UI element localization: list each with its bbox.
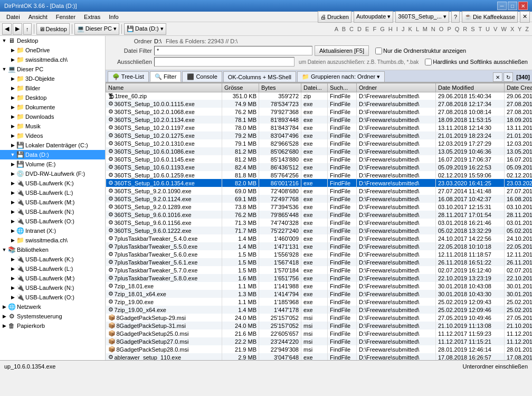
maximize-button[interactable]: □	[508, 2, 517, 10]
menu-ansicht[interactable]: Ansicht	[24, 13, 52, 21]
tree-arrow-29[interactable]: ▶	[1, 314, 7, 319]
tab-console[interactable]: ⬛ Console	[182, 71, 222, 82]
tab-gruppieren[interactable]: 📁 Gruppieren nach: Ordner ▾	[297, 71, 385, 82]
tree-arrow-4[interactable]: ▶	[10, 76, 16, 81]
tree-arrow-6[interactable]: ▶	[10, 95, 16, 100]
dieser-pc-button[interactable]: 💻 Dieser PC ▾	[74, 23, 119, 35]
tree-arrow-9[interactable]: ▶	[10, 124, 16, 129]
table-row[interactable]: ⚙ 7zip_18.01.exe 1.1 MB 1'141'988 exe Fi…	[106, 282, 533, 290]
tree-arrow-12[interactable]: ▼	[10, 152, 16, 157]
tree-item-14[interactable]: ▶ 💿 DVD-RW-Laufwerk (F:)	[0, 169, 105, 178]
tree-arrow-27[interactable]: ▶	[10, 295, 16, 300]
tree-item-16[interactable]: ▶ 🔌 USB-Laufwerk (L:)	[0, 188, 105, 197]
col-date-created[interactable]: Date Created	[505, 83, 533, 92]
tree-item-7[interactable]: ▶ 📁 Dokumente	[0, 102, 105, 112]
menu-fenster[interactable]: Fenster	[52, 13, 80, 21]
tree-item-15[interactable]: ▶ 🔌 USB-Laufwerk (K:)	[0, 178, 105, 188]
drucken-button[interactable]: 🖨 Drucken	[318, 11, 352, 23]
tree-item-13[interactable]: ▶ 💾 Volume (E:)	[0, 159, 105, 169]
menu-extras[interactable]: Extras	[80, 13, 104, 21]
table-row[interactable]: ⚙ 360TS_Setup_10.6.0.1259.exe 81.8 MB 85…	[106, 171, 533, 179]
tree-item-29[interactable]: ▶ ⚙ Systemsteuerung	[0, 312, 105, 321]
forward-button[interactable]: ▶	[13, 23, 22, 35]
table-row[interactable]: ⚙ 7zip_19.00.exe 1.1 MB 1'185'968 exe Fi…	[106, 298, 533, 306]
back-button[interactable]: ◀	[2, 23, 12, 35]
tree-arrow-26[interactable]: ▶	[10, 285, 16, 290]
table-row[interactable]: ⚙ 360TS_Setup_10.2.0.1197.exe 78.0 MB 81…	[106, 124, 533, 131]
col-grosse[interactable]: Grösse	[222, 83, 259, 92]
col-name[interactable]: Name	[106, 83, 222, 92]
tree-arrow-22[interactable]: ▼	[1, 247, 7, 252]
table-row[interactable]: ⚙ 360TS_Setup_10.0.0.1115.exe 74.9 MB 78…	[106, 100, 533, 108]
tree-item-17[interactable]: ▶ 🔌 USB-Laufwerk (M:)	[0, 197, 105, 207]
table-row[interactable]: ⚙ 7plusTaskbarTweaker_5.7.0.exe 1.5 MB 1…	[106, 266, 533, 274]
aktualisieren-button[interactable]: Aktualisieren [F5]	[315, 45, 369, 56]
tree-arrow-30[interactable]: ▶	[1, 323, 7, 328]
table-row[interactable]: 📦 8GadgetPackSetup-31.msi 24.0 MB 25'157…	[106, 322, 533, 329]
table-row[interactable]: ⚙ 360TS_Setup_10.6.0.1145.exe 81.2 MB 85…	[106, 155, 533, 163]
toolbar-x-button[interactable]: ✕	[520, 11, 530, 23]
tree-arrow-13[interactable]: ▶	[10, 162, 16, 167]
table-row[interactable]: ⚙ 360TS_Setup_9.6.0.1222.exe 71.7 MB 75'…	[106, 227, 533, 234]
tree-item-6[interactable]: ▶ 📁 Desktop	[0, 93, 105, 102]
tree-item-8[interactable]: ▶ 📁 Downloads	[0, 112, 105, 121]
table-row[interactable]: ⚙ 7zip_19.00_x64.exe 1.4 MB 1'447'178 ex…	[106, 306, 533, 314]
tab-delete-icon[interactable]: ✕	[493, 72, 502, 82]
table-row[interactable]: 🗜 1tree_60.zip 351.0 KB 359'272 zip Find…	[106, 92, 533, 100]
table-row[interactable]: ⚙ 360TS_Setup_9.6.0.1156.exe 71.3 MB 74'…	[106, 219, 533, 227]
table-row[interactable]: ⚙ 7plusTaskbarTweaker_5.6.1.exe 1.5 MB 1…	[106, 258, 533, 266]
tree-item-19[interactable]: ▶ 🔌 USB-Laufwerk (O:)	[0, 216, 105, 226]
close-button[interactable]: ✕	[518, 2, 528, 10]
table-row[interactable]: ⚙ 7plusTaskbarTweaker_5.4.0.exe 1.4 MB 1…	[106, 234, 533, 242]
tree-item-23[interactable]: ▶ 🔌 USB-Laufwerk (K:)	[0, 254, 105, 264]
col-datei[interactable]: Datei...	[301, 83, 328, 92]
tree-arrow-2[interactable]: ▶	[10, 57, 16, 62]
table-row[interactable]: 📦 8GadgetPackSetup25.0.msi 21.6 MB 22'60…	[106, 329, 533, 337]
table-row[interactable]: ⚙ 360TS_Setup_10.2.0.1068.exe 76.2 MB 79…	[106, 108, 533, 116]
tree-item-26[interactable]: ▶ 🔌 USB-Laufwerk (N:)	[0, 283, 105, 293]
table-row[interactable]: ⚙ 360TS_Setup_10.6.0.1193.exe 82.4 MB 86…	[106, 163, 533, 171]
table-row[interactable]: ⚙ 7plusTaskbarTweaker_5.6.0.exe 1.5 MB 1…	[106, 250, 533, 258]
table-row[interactable]: 📦 8GadgetPackSetup28.0.msi 21.9 MB 22'94…	[106, 345, 533, 353]
hardlinks-checkbox[interactable]	[425, 59, 432, 65]
menu-datei[interactable]: Datei	[2, 13, 24, 21]
up-button[interactable]: ↑	[23, 23, 32, 35]
tree-item-10[interactable]: ▶ 📁 Videos	[0, 131, 105, 140]
tab-filter[interactable]: 🔍 Filter	[150, 71, 182, 82]
tree-item-2[interactable]: ▶ 📁 swissitmedia.ch\	[0, 55, 105, 64]
autoupdate-button[interactable]: Autoupdate ▾	[354, 11, 393, 23]
tree-item-22[interactable]: ▼ 📚 Bibliotheken	[0, 245, 105, 254]
tree-arrow-11[interactable]: ▶	[10, 143, 16, 148]
table-row[interactable]: ⚙ 7plusTaskbarTweaker_5.8.0.exe 1.6 MB 1…	[106, 274, 533, 282]
tree-item-18[interactable]: ▶ 🔌 USB-Laufwerk (N:)	[0, 207, 105, 216]
table-row[interactable]: 📦 8GadgetPackSetup-29.msi 24.0 MB 25'157…	[106, 314, 533, 322]
tree-arrow-18[interactable]: ▶	[10, 209, 16, 214]
tab-refresh-icon[interactable]: ↻	[504, 72, 513, 82]
table-row[interactable]: ⚙ 360TS_Setup_10.6.0.1086.exe 81.2 MB 85…	[106, 147, 533, 155]
tree-item-11[interactable]: ▶ 💾 Lokaler Datenträger (C:)	[0, 140, 105, 150]
tree-arrow-0[interactable]: ▼	[1, 38, 7, 43]
tree-item-9[interactable]: ▶ 📁 Musik	[0, 121, 105, 131]
table-row[interactable]: ⚙ ablerawer_setup_110.exe 2.9 MB 3'047'6…	[106, 353, 533, 360]
drive-button[interactable]: 💾 Data (D:) ▾	[124, 23, 166, 35]
tree-arrow-14[interactable]: ▶	[10, 171, 16, 176]
tree-item-0[interactable]: ▼ 🖥 Desktop	[0, 36, 105, 45]
tab-tree-list[interactable]: 🌳 Tree-List	[108, 71, 149, 82]
table-row[interactable]: ⚙ 360TS_Setup_9.2.0.1124.exe 69.1 MB 72'…	[106, 195, 533, 203]
table-row[interactable]: ⚙ 360TS_Setup_9.6.0.1016.exe 76.2 MB 79'…	[106, 211, 533, 219]
tree-item-21[interactable]: ▶ 📁 swissitmedia.ch\	[0, 235, 105, 245]
tree-item-28[interactable]: ▶ 🌐 Netzwerk	[0, 302, 105, 312]
col-date-modified[interactable]: Date Modified	[436, 83, 505, 92]
tree-arrow-19[interactable]: ▶	[10, 219, 16, 224]
tree-arrow-23[interactable]: ▶	[10, 257, 16, 262]
tree-item-27[interactable]: ▶ 🔌 USB-Laufwerk (O:)	[0, 293, 105, 302]
tree-arrow-5[interactable]: ▶	[10, 86, 16, 91]
tree-arrow-16[interactable]: ▶	[10, 190, 16, 195]
tree-item-20[interactable]: ▶ 🌐 Intranet (X:)	[0, 226, 105, 235]
setup-dropdown[interactable]: 360TS_Setup_... ▾	[395, 11, 449, 23]
tree-arrow-8[interactable]: ▶	[10, 114, 16, 119]
table-row[interactable]: ⚙ 360TS_Setup_10.2.0.1275.exe 79.2 MB 83…	[106, 131, 533, 139]
datei-filter-input[interactable]	[154, 46, 312, 55]
tree-arrow-1[interactable]: ▶	[10, 48, 16, 53]
table-row[interactable]: ⚙ 7zip_18.01_x64.exe 1.3 MB 1'414'794 ex…	[106, 290, 533, 298]
